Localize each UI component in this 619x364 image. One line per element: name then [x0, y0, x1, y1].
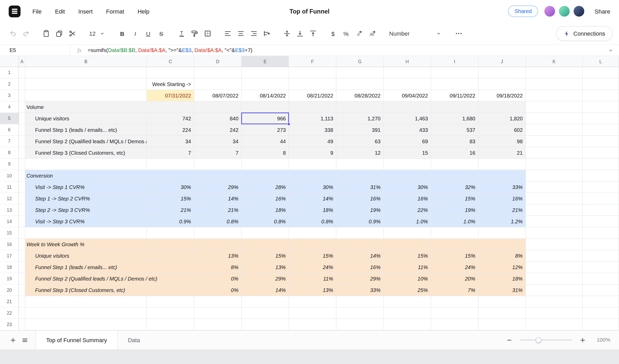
- row-header-14[interactable]: 14: [0, 216, 19, 227]
- cell-C14[interactable]: 0.9%: [147, 216, 194, 227]
- column-header-H[interactable]: H: [384, 56, 431, 67]
- cell-L8[interactable]: [583, 147, 619, 159]
- cell-D7[interactable]: 34: [194, 136, 242, 147]
- cell-H23[interactable]: [384, 319, 431, 330]
- row-header-8[interactable]: 8: [0, 147, 19, 159]
- align-center-button[interactable]: [234, 27, 247, 40]
- cell-G17[interactable]: 14%: [336, 250, 384, 262]
- cell-H15[interactable]: [384, 227, 431, 239]
- cell-A8[interactable]: [19, 147, 25, 159]
- cell-F1[interactable]: [289, 67, 336, 79]
- cell-D9[interactable]: [194, 159, 242, 170]
- cell-F20[interactable]: 13%: [289, 284, 336, 296]
- cell-C13[interactable]: 21%: [147, 204, 194, 216]
- currency-button[interactable]: $: [326, 27, 339, 40]
- cell-C21[interactable]: [147, 296, 194, 307]
- cell-A7[interactable]: [19, 136, 25, 147]
- cell-A9[interactable]: [19, 159, 25, 170]
- row-header-22[interactable]: 22: [0, 307, 19, 319]
- cell-L16[interactable]: [583, 239, 619, 250]
- text-overflow-button[interactable]: [260, 27, 273, 40]
- cell-A19[interactable]: [19, 273, 25, 284]
- cell-I14[interactable]: 1.0%: [431, 216, 478, 227]
- cell-E11[interactable]: 28%: [242, 181, 289, 193]
- menu-file[interactable]: File: [32, 8, 41, 14]
- cell-C15[interactable]: [147, 227, 194, 239]
- cell-G2[interactable]: [336, 79, 384, 90]
- cell-H3[interactable]: 09/04/2022: [384, 90, 431, 101]
- cell-G12[interactable]: 16%: [336, 193, 384, 204]
- cell-H10[interactable]: [384, 170, 431, 181]
- cell-E3[interactable]: 08/14/2022: [242, 90, 289, 101]
- decimal-decrease-button[interactable]: .0: [352, 27, 365, 40]
- cell-I3[interactable]: 09/11/2022: [431, 90, 478, 101]
- percent-button[interactable]: %: [339, 27, 352, 40]
- cell-E8[interactable]: 8: [242, 147, 289, 159]
- cell-K1[interactable]: [526, 67, 583, 79]
- cell-D16[interactable]: [194, 239, 242, 250]
- cell-K6[interactable]: [526, 124, 583, 136]
- cell-K21[interactable]: [526, 296, 583, 307]
- cell-D12[interactable]: 14%: [194, 193, 242, 204]
- cell-E23[interactable]: [242, 319, 289, 330]
- cell-D1[interactable]: [194, 67, 242, 79]
- cell-F18[interactable]: 24%: [289, 262, 336, 273]
- cell-J4[interactable]: [479, 101, 526, 113]
- menu-edit[interactable]: Edit: [55, 8, 65, 14]
- row-header-15[interactable]: 15: [0, 227, 19, 239]
- column-header-G[interactable]: G: [336, 56, 384, 67]
- cell-A3[interactable]: [19, 90, 25, 101]
- cell-I10[interactable]: [431, 170, 478, 181]
- cell-D23[interactable]: [194, 319, 242, 330]
- cell-F3[interactable]: 08/21/2022: [289, 90, 336, 101]
- cell-I12[interactable]: 15%: [431, 193, 478, 204]
- cell-I2[interactable]: [431, 79, 478, 90]
- cell-C6[interactable]: 224: [147, 124, 194, 136]
- cell-B9[interactable]: [25, 159, 147, 170]
- cell-E21[interactable]: [242, 296, 289, 307]
- cell-F19[interactable]: 11%: [289, 273, 336, 284]
- cell-B20[interactable]: Funnel Step 3 (Closed Customers, etc): [25, 284, 147, 296]
- cell-A17[interactable]: [19, 250, 25, 262]
- cell-B8[interactable]: Funnel Step 3 (Closed Customers, etc): [25, 147, 147, 159]
- cell-F8[interactable]: 9: [289, 147, 336, 159]
- cell-K12[interactable]: [526, 193, 583, 204]
- cell-L10[interactable]: [583, 170, 619, 181]
- cell-F11[interactable]: 30%: [289, 181, 336, 193]
- cell-K19[interactable]: [526, 273, 583, 284]
- cell-G5[interactable]: 1,270: [336, 113, 384, 124]
- cell-H7[interactable]: 69: [384, 136, 431, 147]
- cell-L18[interactable]: [583, 262, 619, 273]
- cell-H8[interactable]: 15: [384, 147, 431, 159]
- cell-D15[interactable]: [194, 227, 242, 239]
- cell-K3[interactable]: [526, 90, 583, 101]
- cell-L11[interactable]: [583, 181, 619, 193]
- cell-B2[interactable]: [25, 79, 147, 90]
- cell-B15[interactable]: [25, 227, 147, 239]
- shared-badge[interactable]: Shared: [508, 5, 538, 17]
- cell-A14[interactable]: [19, 216, 25, 227]
- cell-H19[interactable]: 10%: [384, 273, 431, 284]
- column-header-L[interactable]: L: [583, 56, 619, 67]
- cell-I6[interactable]: 537: [431, 124, 478, 136]
- grid-corner[interactable]: [0, 56, 19, 67]
- cell-G23[interactable]: [336, 319, 384, 330]
- cell-B5[interactable]: Unique visitors: [25, 113, 147, 124]
- cell-J20[interactable]: 31%: [479, 284, 526, 296]
- cell-E14[interactable]: 0.8%: [242, 216, 289, 227]
- cell-A20[interactable]: [19, 284, 25, 296]
- formula-input[interactable]: =sumifs(Data!$B:$B, Data!$A:$A, ">="&E$3…: [88, 47, 252, 53]
- menu-format[interactable]: Format: [106, 8, 124, 14]
- cell-J12[interactable]: 16%: [479, 193, 526, 204]
- cell-J6[interactable]: 602: [479, 124, 526, 136]
- cell-J13[interactable]: 21%: [479, 204, 526, 216]
- cell-C1[interactable]: [147, 67, 194, 79]
- cell-A23[interactable]: [19, 319, 25, 330]
- zoom-out-button[interactable]: [504, 334, 515, 346]
- cell-C5[interactable]: 742: [147, 113, 194, 124]
- row-header-13[interactable]: 13: [0, 204, 19, 216]
- cell-K10[interactable]: [526, 170, 583, 181]
- cell-F23[interactable]: [289, 319, 336, 330]
- app-logo[interactable]: [9, 5, 21, 17]
- row-header-2[interactable]: 2: [0, 79, 19, 90]
